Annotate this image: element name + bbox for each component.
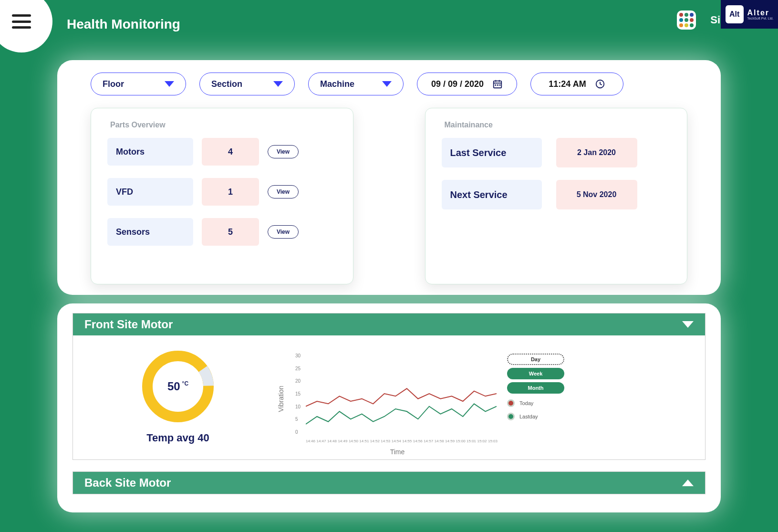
- calendar-icon: [492, 79, 503, 89]
- maint-row-next: Next Service 5 Nov 2020: [442, 180, 671, 209]
- section-select[interactable]: Section: [199, 73, 295, 95]
- part-label: Sensors: [107, 218, 193, 246]
- maint-label: Next Service: [442, 180, 542, 209]
- svg-rect-1: [495, 84, 497, 86]
- chevron-down-icon: [382, 81, 392, 87]
- chart-legend: Day Week Month Today Lastday: [507, 354, 564, 420]
- page-title: Health Monitoring: [67, 17, 180, 32]
- part-count: 4: [202, 138, 259, 166]
- maint-row-last: Last Service 2 Jan 2020: [442, 138, 671, 167]
- legend-today-label: Today: [519, 400, 533, 406]
- temp-gauge: 50°C Temp avg 40: [87, 351, 269, 444]
- machine-label: Machine: [320, 79, 354, 89]
- maintenance-heading: Maintainance: [445, 121, 671, 129]
- part-row-vfd: VFD 1 View: [107, 178, 337, 206]
- legend-red-dot-icon: [507, 399, 515, 407]
- overview-panel: Floor Section Machine 09 / 09 / 2020 11:…: [57, 60, 721, 295]
- chevron-down-icon: [165, 81, 174, 87]
- legend-green-dot-icon: [507, 413, 515, 420]
- part-label: Motors: [107, 138, 193, 166]
- maintenance-card: Maintainance Last Service 2 Jan 2020 Nex…: [425, 108, 688, 284]
- chart-ylabel: Vibration: [277, 386, 285, 412]
- svg-rect-3: [499, 84, 501, 86]
- part-label: VFD: [107, 178, 193, 206]
- scope-month-button[interactable]: Month: [507, 382, 564, 394]
- back-motor-title: Back Site Motor: [84, 476, 171, 490]
- maint-value: 2 Jan 2020: [556, 138, 637, 167]
- chart-svg: [306, 355, 497, 432]
- date-value: 09 / 09 / 2020: [431, 79, 484, 89]
- time-value: 11:24 AM: [549, 79, 586, 89]
- chevron-down-icon: [682, 321, 694, 328]
- filter-bar: Floor Section Machine 09 / 09 / 2020 11:…: [91, 73, 687, 95]
- legend-lastday-label: Lastday: [519, 414, 538, 419]
- logo-mark: Alt: [726, 5, 744, 23]
- maint-label: Last Service: [442, 138, 542, 167]
- floor-select[interactable]: Floor: [91, 73, 186, 95]
- gauge-unit: °C: [182, 380, 188, 387]
- view-button[interactable]: View: [268, 185, 299, 198]
- hamburger-icon: [12, 14, 31, 29]
- view-button[interactable]: View: [268, 225, 299, 239]
- logo-text: Alter: [747, 9, 774, 17]
- front-motor-header[interactable]: Front Site Motor: [73, 313, 705, 335]
- vibration-chart-area: Vibration Time 051015202530 14:4614:4714…: [297, 351, 691, 444]
- motors-panel: Front Site Motor 50°C Temp avg 40 Vibrat…: [57, 303, 721, 512]
- scope-day-button[interactable]: Day: [507, 354, 564, 365]
- chevron-up-icon: [682, 480, 694, 486]
- chart-xlabel: Time: [390, 448, 405, 456]
- temp-avg-label: Temp avg 40: [146, 432, 209, 444]
- machine-select[interactable]: Machine: [308, 73, 404, 95]
- front-motor-body: 50°C Temp avg 40 Vibration Time 05101520…: [73, 335, 705, 459]
- menu-button[interactable]: [0, 0, 52, 52]
- scope-week-button[interactable]: Week: [507, 368, 564, 379]
- vibration-chart: Vibration Time 051015202530 14:4614:4714…: [297, 354, 498, 444]
- date-picker[interactable]: 09 / 09 / 2020: [417, 73, 517, 95]
- back-motor-accordion: Back Site Motor: [73, 471, 705, 494]
- floor-label: Floor: [103, 79, 124, 89]
- maint-value: 5 Nov 2020: [556, 180, 637, 209]
- back-motor-header[interactable]: Back Site Motor: [73, 472, 705, 494]
- gauge-value: 50: [167, 380, 180, 393]
- legend-lastday: Lastday: [507, 413, 564, 420]
- part-count: 1: [202, 178, 259, 206]
- part-row-sensors: Sensors 5 View: [107, 218, 337, 246]
- parts-heading: Parts Overview: [110, 121, 337, 129]
- svg-rect-2: [497, 84, 498, 86]
- front-motor-accordion: Front Site Motor 50°C Temp avg 40 Vibrat…: [73, 313, 705, 460]
- chevron-down-icon: [273, 81, 283, 87]
- company-logo: Alt Alter TechSoft Pvt. Ltd.: [721, 0, 778, 29]
- svg-rect-0: [494, 81, 502, 88]
- clock-icon: [595, 79, 605, 89]
- parts-overview-card: Parts Overview Motors 4 View VFD 1 View …: [91, 108, 353, 284]
- legend-today: Today: [507, 399, 564, 407]
- part-row-motors: Motors 4 View: [107, 138, 337, 166]
- app-grid-icon[interactable]: [677, 10, 696, 30]
- front-motor-title: Front Site Motor: [84, 318, 173, 331]
- time-picker[interactable]: 11:24 AM: [530, 73, 623, 95]
- logo-subtext: TechSoft Pvt. Ltd.: [747, 17, 774, 20]
- view-button[interactable]: View: [268, 145, 299, 158]
- section-label: Section: [211, 79, 242, 89]
- part-count: 5: [202, 218, 259, 246]
